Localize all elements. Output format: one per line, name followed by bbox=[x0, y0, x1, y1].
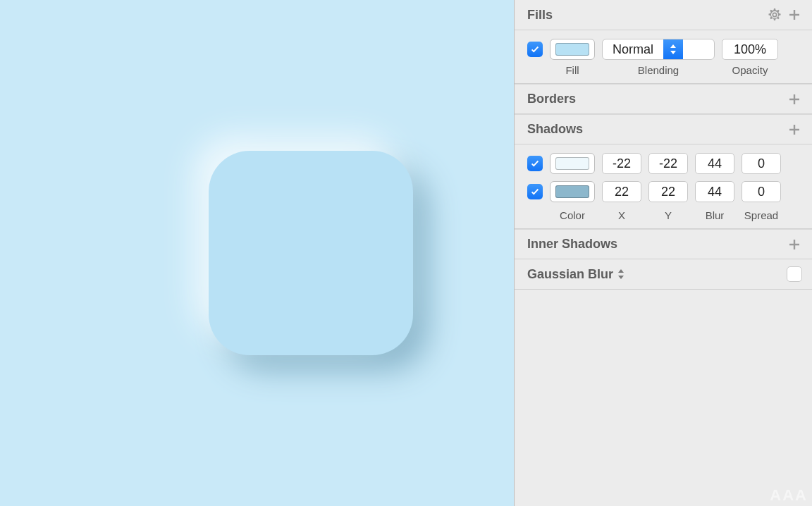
gaussian-blur-title: Gaussian Blur bbox=[527, 267, 625, 282]
gaussian-blur-checkbox[interactable] bbox=[787, 266, 802, 282]
shadow0-swatch bbox=[555, 157, 589, 170]
shadow0-color-well[interactable] bbox=[550, 153, 595, 174]
shadows-title: Shadows bbox=[527, 122, 782, 137]
canvas[interactable] bbox=[0, 0, 514, 506]
shadow1-color-well[interactable] bbox=[550, 181, 595, 202]
inner-shadows-header[interactable]: Inner Shadows bbox=[515, 229, 812, 259]
add-fill-icon[interactable] bbox=[787, 7, 802, 23]
shadow-color-label: Color bbox=[550, 209, 595, 221]
inner-shadows-title: Inner Shadows bbox=[527, 237, 782, 252]
select-arrows-icon bbox=[663, 39, 683, 59]
fill-label: Fill bbox=[550, 64, 595, 76]
shadow0-enabled-checkbox[interactable] bbox=[527, 156, 543, 171]
shadow-x-label: X bbox=[602, 209, 641, 221]
shadows-header[interactable]: Shadows bbox=[515, 114, 812, 144]
fills-header[interactable]: Fills bbox=[515, 0, 812, 30]
shadow-row-0 bbox=[527, 153, 802, 174]
fill-enabled-checkbox[interactable] bbox=[527, 42, 543, 57]
shadow1-spread-input[interactable] bbox=[742, 181, 781, 202]
shadow1-y-input[interactable] bbox=[648, 181, 688, 202]
shadow-y-label: Y bbox=[648, 209, 688, 221]
shadow1-x-input[interactable] bbox=[602, 181, 641, 202]
blending-label: Blending bbox=[602, 64, 715, 76]
neumorphic-shape[interactable] bbox=[209, 151, 413, 355]
add-shadow-icon[interactable] bbox=[787, 122, 802, 137]
borders-title: Borders bbox=[527, 92, 782, 106]
shadow0-spread-input[interactable] bbox=[742, 153, 781, 174]
add-border-icon[interactable] bbox=[787, 92, 802, 107]
stepper-icon[interactable] bbox=[617, 269, 625, 280]
gaussian-blur-label: Gaussian Blur bbox=[527, 267, 613, 282]
blend-mode-select[interactable]: Normal bbox=[602, 39, 715, 60]
shadow0-blur-input[interactable] bbox=[695, 153, 734, 174]
inspector-panel: Fills Normal Fill Blen bbox=[514, 0, 812, 506]
fills-body: Normal Fill Blending Opacity bbox=[515, 30, 812, 84]
gear-icon[interactable] bbox=[767, 7, 782, 23]
fills-title: Fills bbox=[527, 8, 763, 23]
shadow0-y-input[interactable] bbox=[648, 153, 688, 174]
fill-color-well[interactable] bbox=[550, 39, 595, 60]
shadow-spread-label: Spread bbox=[742, 209, 781, 221]
add-inner-shadow-icon[interactable] bbox=[787, 237, 802, 252]
fill-row: Normal bbox=[527, 39, 802, 60]
borders-header[interactable]: Borders bbox=[515, 84, 812, 114]
blend-mode-value: Normal bbox=[603, 42, 663, 57]
fills-labels: Fill Blending Opacity bbox=[527, 64, 802, 76]
shadow1-swatch bbox=[555, 185, 589, 198]
shadow-row-1 bbox=[527, 181, 802, 202]
shadow1-blur-input[interactable] bbox=[695, 181, 734, 202]
shadow0-x-input[interactable] bbox=[602, 153, 641, 174]
shadows-body: Color X Y Blur Spread bbox=[515, 144, 812, 229]
shadows-labels: Color X Y Blur Spread bbox=[527, 209, 802, 221]
fill-swatch bbox=[555, 43, 589, 56]
opacity-label: Opacity bbox=[722, 64, 778, 76]
shadow-blur-label: Blur bbox=[695, 209, 734, 221]
fill-opacity-input[interactable] bbox=[722, 39, 778, 60]
shadow1-enabled-checkbox[interactable] bbox=[527, 184, 543, 199]
watermark: AAA bbox=[770, 486, 808, 505]
gaussian-blur-header[interactable]: Gaussian Blur bbox=[515, 259, 812, 290]
